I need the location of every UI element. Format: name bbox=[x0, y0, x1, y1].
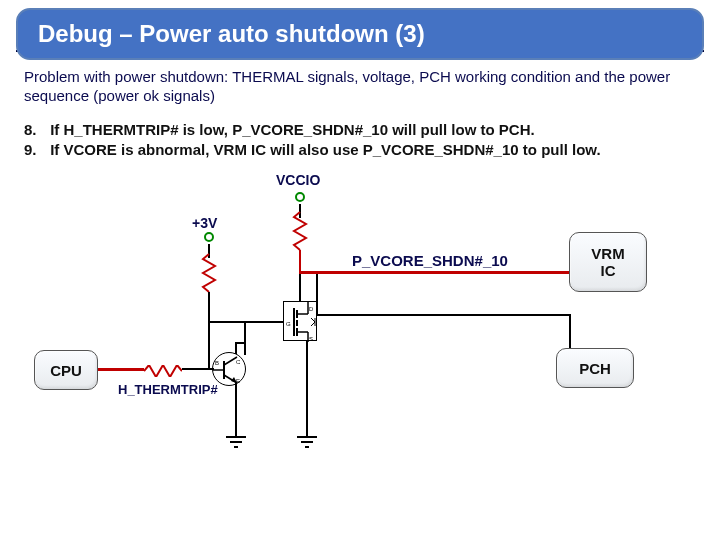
vccio-label: VCCIO bbox=[276, 172, 320, 188]
slide-title: Debug – Power auto shutdown (3) bbox=[38, 20, 425, 47]
step-row: 8. If H_THERMTRIP# is low, P_VCORE_SHDN#… bbox=[24, 120, 696, 140]
p3v-label: +3V bbox=[192, 215, 217, 231]
step-text: If H_THERMTRIP# is low, P_VCORE_SHDN#_10… bbox=[50, 121, 535, 138]
pch-block: PCH bbox=[556, 348, 634, 388]
wire bbox=[299, 250, 301, 272]
step-text: If VCORE is abnormal, VRM IC will also u… bbox=[50, 141, 600, 158]
wire bbox=[299, 271, 301, 301]
wire bbox=[306, 341, 308, 437]
svg-text:G: G bbox=[286, 321, 291, 327]
wire bbox=[316, 314, 570, 316]
wire bbox=[208, 292, 210, 368]
slide-title-banner: Debug – Power auto shutdown (3) bbox=[16, 8, 704, 60]
resistor-icon bbox=[203, 254, 215, 292]
wire bbox=[244, 321, 284, 323]
p3v-node-icon bbox=[204, 232, 214, 242]
schematic-diagram: VCCIO +3V P_VCORE_SHDN#_10 VRM IC D bbox=[16, 172, 704, 472]
cpu-block: CPU bbox=[34, 350, 98, 390]
wire bbox=[316, 273, 318, 315]
signal-label: P_VCORE_SHDN#_10 bbox=[352, 252, 508, 269]
step-row: 9. If VCORE is abnormal, VRM IC will als… bbox=[24, 140, 696, 160]
mosfet-icon: D G S bbox=[283, 301, 317, 341]
wire bbox=[235, 383, 237, 437]
step-number: 9. bbox=[24, 140, 46, 160]
wire bbox=[244, 321, 246, 343]
resistor-icon bbox=[294, 212, 306, 250]
thermtrip-label: H_THERMTRIP# bbox=[118, 382, 218, 397]
ground-icon bbox=[226, 437, 246, 451]
wire bbox=[182, 368, 214, 370]
vccio-node-icon bbox=[295, 192, 305, 202]
vrm-block: VRM IC bbox=[569, 232, 647, 292]
step-number: 8. bbox=[24, 120, 46, 140]
svg-text:B: B bbox=[215, 360, 219, 366]
thermtrip-wire bbox=[98, 368, 144, 371]
svg-text:C: C bbox=[236, 359, 241, 365]
signal-wire bbox=[299, 271, 569, 274]
step-list: 8. If H_THERMTRIP# is low, P_VCORE_SHDN#… bbox=[24, 120, 696, 161]
resistor-icon bbox=[144, 363, 182, 381]
wire bbox=[208, 321, 246, 323]
problem-statement: Problem with power shutdown: THERMAL sig… bbox=[24, 68, 696, 106]
svg-text:S: S bbox=[309, 336, 313, 342]
bjt-icon: B C E bbox=[212, 352, 246, 386]
ground-icon bbox=[297, 437, 317, 451]
svg-text:D: D bbox=[309, 306, 314, 312]
